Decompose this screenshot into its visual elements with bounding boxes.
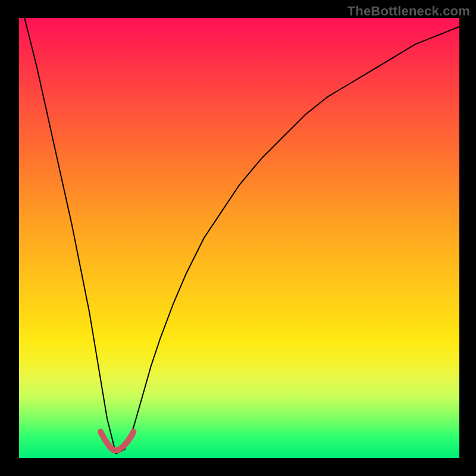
curve-layer	[19, 18, 459, 458]
chart-frame: TheBottleneck.com	[0, 0, 476, 476]
plot-area	[19, 18, 459, 458]
highlight-segment	[101, 432, 134, 450]
watermark-text: TheBottleneck.com	[347, 4, 470, 19]
bottleneck-curve	[19, 0, 459, 454]
